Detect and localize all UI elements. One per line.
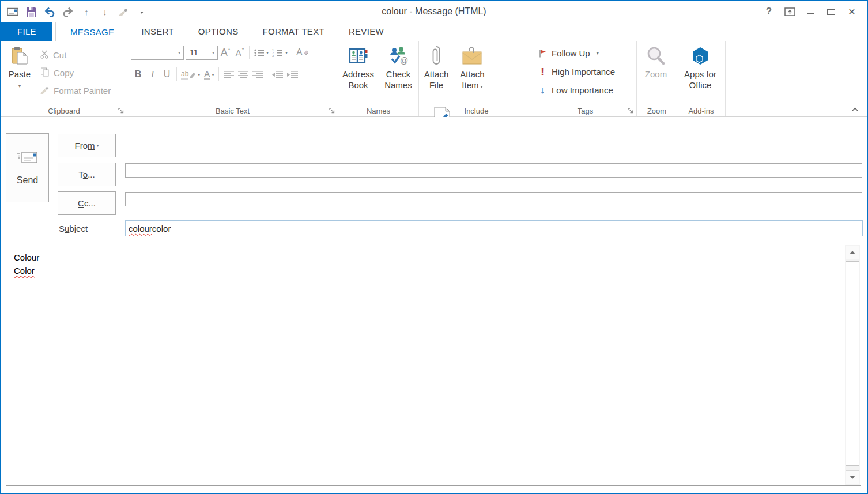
subject-label: Subject [59, 224, 88, 233]
send-button[interactable]: Send [6, 133, 49, 202]
align-center-button[interactable] [236, 67, 250, 82]
minimize-button[interactable] [800, 4, 821, 19]
italic-button[interactable]: I [145, 67, 160, 82]
next-item-icon[interactable]: ↓ [97, 4, 113, 19]
format-painter-button[interactable]: Format Painter [38, 84, 113, 97]
subject-field[interactable]: colour color [125, 220, 863, 236]
font-size-combo[interactable]: 11 ▾ [186, 46, 218, 60]
body-text: Colour Color [6, 244, 861, 277]
paste-dropdown-arrow[interactable]: ▾ [18, 81, 21, 92]
close-button[interactable]: × [841, 4, 862, 19]
basic-text-dialog-launcher-icon[interactable] [329, 107, 335, 114]
from-label: From [74, 141, 95, 150]
follow-up-dropdown-icon[interactable]: ▾ [597, 51, 599, 56]
numbering-dropdown-icon[interactable]: ▾ [285, 50, 288, 55]
clipboard-group-label: Clipboard [1, 107, 127, 115]
cc-button[interactable]: Cc... [58, 191, 116, 215]
shrink-font-button[interactable]: A▾ [232, 46, 247, 60]
bullets-dropdown-icon[interactable]: ▾ [266, 50, 269, 55]
align-right-button[interactable] [250, 67, 265, 82]
decrease-indent-button[interactable] [270, 67, 285, 82]
redo-icon[interactable] [60, 4, 76, 19]
high-importance-button[interactable]: ! High Importance [538, 64, 635, 80]
group-addins: Apps for Office Add-ins [677, 41, 726, 116]
underline-button[interactable]: U [160, 67, 174, 82]
tab-insert[interactable]: INSERT [129, 22, 186, 41]
increase-indent-button[interactable] [285, 67, 300, 82]
scroll-up-button[interactable] [846, 246, 859, 259]
scrollbar-thumb[interactable] [846, 261, 859, 466]
collapse-ribbon-button[interactable] [851, 106, 859, 112]
text-highlight-button[interactable]: ab▾ [179, 67, 202, 82]
attach-file-icon [432, 45, 441, 67]
font-color-button[interactable]: A▾ [202, 67, 216, 82]
address-book-icon [348, 45, 369, 67]
paste-button[interactable]: Paste ▾ [2, 43, 37, 103]
svg-text:@: @ [400, 56, 408, 65]
font-size-dropdown-icon[interactable]: ▾ [209, 50, 217, 55]
save-icon[interactable] [23, 4, 39, 19]
text-highlight-dropdown-icon[interactable]: ▾ [198, 72, 200, 77]
font-name-combo[interactable]: ▾ [131, 46, 184, 60]
numbering-button[interactable]: 123 ▾ [270, 46, 289, 60]
cut-icon [40, 50, 49, 61]
svg-text:3: 3 [272, 54, 274, 57]
group-basic-text: ▾ 11 ▾ A▴ A▾ ▾ 123 ▾ A [127, 41, 338, 116]
tab-format-text[interactable]: FORMAT TEXT [250, 22, 336, 41]
to-field[interactable] [125, 163, 862, 178]
address-book-button[interactable]: Address Book [339, 43, 377, 103]
font-color-dropdown-icon[interactable]: ▾ [212, 72, 214, 77]
copy-button[interactable]: Copy [38, 66, 113, 80]
undo-icon[interactable] [41, 4, 58, 19]
vertical-scrollbar[interactable] [845, 245, 860, 485]
check-names-button[interactable]: @ Check Names [379, 43, 417, 103]
group-tags: Follow Up ▾ ! High Importance ↓ Low Impo… [534, 41, 637, 116]
scroll-down-icon [850, 476, 855, 479]
subject-rest: color [152, 224, 171, 233]
from-button[interactable]: From ▾ [58, 134, 116, 157]
grow-font-button[interactable]: A▴ [218, 46, 232, 60]
ribbon-display-options-button[interactable] [779, 4, 800, 19]
low-importance-button[interactable]: ↓ Low Importance [538, 82, 635, 98]
bold-button[interactable]: B [131, 67, 145, 82]
basic-text-group-label: Basic Text [127, 107, 338, 115]
attach-file-button[interactable]: Attach File [420, 43, 452, 103]
apps-for-office-button[interactable]: Apps for Office [678, 43, 722, 103]
customize-qat-icon[interactable] [134, 4, 150, 19]
follow-up-flag-icon [538, 49, 547, 58]
zoom-button[interactable]: Zoom [638, 43, 674, 103]
scroll-down-button[interactable] [846, 470, 859, 484]
apps-for-office-icon [690, 45, 710, 67]
clipboard-dialog-launcher-icon[interactable] [118, 107, 124, 114]
group-include: Attach File Attach Item▾ Signature ▾ Inc… [419, 41, 534, 116]
ribbon-empty-space [726, 41, 867, 116]
tab-review[interactable]: REVIEW [337, 22, 396, 41]
check-names-icon: @ [388, 45, 409, 67]
attach-item-dropdown-icon[interactable]: ▾ [481, 84, 483, 89]
clear-formatting-button[interactable]: A [295, 46, 311, 60]
bullets-button[interactable]: ▾ [252, 46, 270, 60]
tags-dialog-launcher-icon[interactable] [627, 107, 634, 114]
tab-options[interactable]: OPTIONS [186, 22, 251, 41]
cc-field[interactable] [125, 192, 862, 206]
low-importance-icon: ↓ [538, 85, 547, 96]
font-name-dropdown-icon[interactable]: ▾ [175, 50, 183, 55]
tab-message[interactable]: MESSAGE [55, 22, 129, 41]
to-label: To... [78, 169, 95, 179]
previous-item-icon[interactable]: ↑ [78, 4, 95, 19]
paste-icon [12, 45, 28, 67]
attach-item-button[interactable]: Attach Item▾ [455, 43, 489, 103]
group-zoom: Zoom Zoom [637, 41, 677, 116]
tab-file[interactable]: FILE [1, 22, 52, 41]
high-importance-icon: ! [538, 66, 547, 78]
zoom-group-label: Zoom [637, 107, 677, 115]
align-left-button[interactable] [221, 67, 236, 82]
cut-button[interactable]: Cut [38, 48, 113, 62]
follow-up-button[interactable]: Follow Up ▾ [538, 46, 635, 61]
to-button[interactable]: To... [58, 163, 116, 186]
format-painter-icon[interactable] [115, 4, 131, 19]
help-button[interactable]: ? [758, 4, 779, 19]
maximize-button[interactable] [821, 4, 841, 19]
new-mail-icon[interactable] [5, 4, 21, 19]
message-body[interactable]: Colour Color [6, 244, 861, 486]
